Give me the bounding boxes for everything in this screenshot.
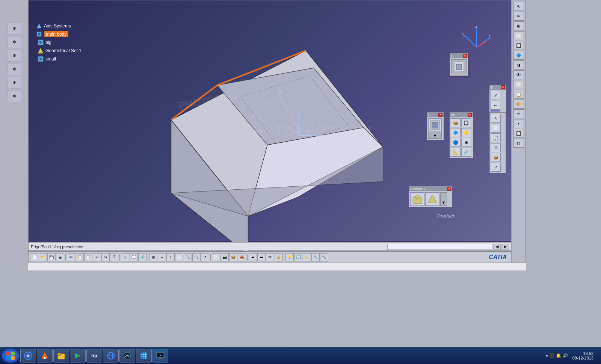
- rt-hide[interactable]: ◑: [513, 60, 524, 69]
- tb-next[interactable]: ➡: [257, 253, 266, 261]
- rt-iso[interactable]: ◻: [513, 139, 524, 148]
- main-btn-1[interactable]: ↖: [491, 114, 501, 123]
- tr-btn-2[interactable]: ↔: [491, 101, 500, 110]
- tb-prev[interactable]: ⬅: [249, 253, 257, 261]
- tb-open[interactable]: 📂: [39, 253, 47, 261]
- main-btn-6[interactable]: ↗: [491, 163, 501, 172]
- taskbar-app-chrome[interactable]: [20, 349, 36, 362]
- left-tool-3[interactable]: ❄: [8, 50, 21, 62]
- pk-dropdown[interactable]: ▼: [440, 192, 447, 206]
- dr-btn-4[interactable]: 🟡: [461, 128, 471, 137]
- dr-btn-8[interactable]: 🔗: [461, 148, 471, 157]
- tb-measure[interactable]: 📐: [303, 253, 311, 261]
- status-input[interactable]: [387, 244, 492, 250]
- tb-save[interactable]: 💾: [47, 253, 56, 261]
- tree-item-main-body[interactable]: main body: [28, 30, 130, 38]
- tb-fit[interactable]: ⬜: [175, 253, 183, 261]
- rt-box[interactable]: ⬜: [513, 31, 524, 40]
- svg-rect-29: [432, 122, 438, 128]
- dr-btn-2[interactable]: 🔲: [461, 118, 471, 127]
- taskbar-app-vlc[interactable]: [37, 349, 53, 362]
- tray-arrow[interactable]: ◂: [545, 353, 548, 358]
- rt-line[interactable]: ━: [513, 109, 524, 118]
- taskbar-app-spreadsheet[interactable]: [136, 349, 152, 362]
- tree-item-axis-systems[interactable]: Axis Systems: [28, 22, 130, 30]
- tb-copy[interactable]: 📋: [76, 253, 84, 261]
- tb-cut[interactable]: ✂: [67, 253, 75, 261]
- tb-refresh[interactable]: 🔄: [294, 253, 302, 261]
- left-tool-5[interactable]: ❄: [8, 77, 21, 89]
- rt-shade[interactable]: 🔷: [513, 51, 524, 60]
- tb-new[interactable]: 📄: [30, 253, 38, 261]
- tree-item-geometrical-set[interactable]: Geometrical Set.1: [28, 47, 130, 55]
- s-btn-1[interactable]: [428, 118, 442, 132]
- status-btn-2[interactable]: ▶: [501, 244, 509, 250]
- tb-link[interactable]: 🔗: [138, 253, 146, 261]
- rt-grid[interactable]: ⊞: [513, 21, 524, 30]
- tb-grid[interactable]: ⊞: [149, 253, 157, 261]
- left-tool-2[interactable]: ❄: [8, 36, 21, 48]
- taskbar-app-media[interactable]: [70, 349, 86, 362]
- taskbar-app-monitor[interactable]: [153, 349, 168, 362]
- left-tool-6[interactable]: ❄: [8, 90, 21, 102]
- rt-3d[interactable]: 🔲: [513, 129, 524, 138]
- tr-btn-1[interactable]: ⤢: [491, 91, 500, 100]
- tb-lock[interactable]: 🔒: [275, 253, 283, 261]
- s-dropdown[interactable]: ▼: [428, 133, 442, 139]
- status-btn-1[interactable]: ◀: [493, 244, 501, 250]
- rt-edit[interactable]: ✏: [513, 12, 524, 21]
- taskbar-app-hp[interactable]: hp: [86, 349, 102, 362]
- compress-palette-close[interactable]: ✕: [463, 54, 467, 58]
- rt-layer[interactable]: ⬜: [513, 80, 524, 89]
- tb-redo[interactable]: ↪: [101, 253, 110, 261]
- rt-point[interactable]: •: [513, 119, 524, 128]
- dr-btn-7[interactable]: 📐: [451, 148, 461, 157]
- tb-zoomin[interactable]: 🔍: [184, 253, 192, 261]
- tb-render[interactable]: 📦: [229, 253, 237, 261]
- tb-light[interactable]: 💡: [285, 253, 294, 261]
- tb-help[interactable]: ?: [110, 253, 118, 261]
- dr-btn-3[interactable]: 🔷: [451, 128, 461, 137]
- tb-move[interactable]: ↔: [158, 253, 166, 261]
- tb-comment[interactable]: 💬: [130, 253, 138, 261]
- dr-btn-1[interactable]: 📦: [451, 118, 461, 127]
- s-palette-close[interactable]: ✕: [438, 113, 442, 117]
- main-btn-2[interactable]: ⬜: [491, 124, 501, 133]
- tree-item-small[interactable]: small: [28, 55, 130, 63]
- rt-prop[interactable]: 📋: [513, 90, 524, 99]
- tb-undo[interactable]: ↩: [93, 253, 101, 261]
- main-btn-3[interactable]: 🔄: [491, 133, 501, 142]
- dr-btn-5[interactable]: 🔵: [451, 138, 461, 147]
- tb-build[interactable]: 🔨: [320, 253, 328, 261]
- tb-camera[interactable]: 📷: [220, 253, 229, 261]
- rt-select[interactable]: ↖: [513, 2, 524, 11]
- tb-output[interactable]: 📤: [238, 253, 246, 261]
- taskbar-app-explorer[interactable]: [53, 349, 69, 362]
- rt-render[interactable]: 🔲: [513, 41, 524, 50]
- left-tool-1[interactable]: ❄: [8, 23, 21, 35]
- dr-palette-close[interactable]: ✕: [468, 113, 472, 117]
- rt-vis[interactable]: 👁: [513, 70, 524, 79]
- dr-btn-6[interactable]: ⊕: [461, 138, 471, 147]
- tb-formula[interactable]: fθ: [121, 253, 129, 261]
- tb-paste[interactable]: 📋: [84, 253, 92, 261]
- start-button[interactable]: [2, 349, 20, 363]
- pk-btn-1[interactable]: [410, 192, 424, 206]
- tb-zoomout[interactable]: 🔍: [192, 253, 201, 261]
- taskbar-app-steam[interactable]: [119, 349, 135, 362]
- tb-rotate[interactable]: ↕: [166, 253, 175, 261]
- tb-print[interactable]: 🖨: [56, 253, 64, 261]
- tb-pan[interactable]: ↗: [201, 253, 209, 261]
- product-knowledge-close[interactable]: ✕: [447, 187, 451, 191]
- main-btn-5[interactable]: 📦: [491, 153, 501, 162]
- tb-view[interactable]: ⬜: [212, 253, 220, 261]
- rt-color[interactable]: 🎨: [513, 100, 524, 109]
- tb-settings[interactable]: 🔧: [311, 253, 320, 261]
- tree-item-big[interactable]: big: [28, 38, 130, 47]
- left-tool-4[interactable]: ❄: [8, 63, 21, 75]
- main-btn-4[interactable]: ⊕: [491, 143, 501, 152]
- taskbar-app-ie[interactable]: [103, 349, 119, 362]
- tr-palette-close[interactable]: ✕: [501, 85, 505, 89]
- pk-btn-2[interactable]: [425, 192, 439, 206]
- tb-eye[interactable]: 👁: [266, 253, 274, 261]
